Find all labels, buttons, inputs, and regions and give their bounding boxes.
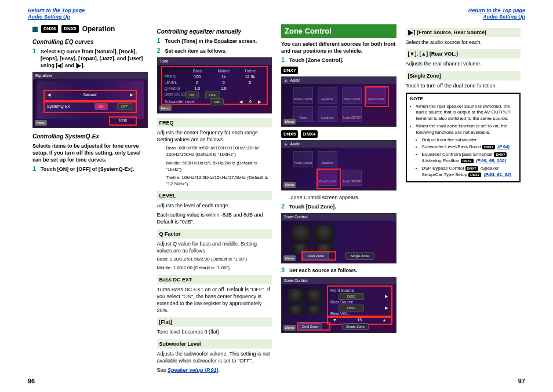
step: 1Touch [ON] or [OFF] of [SystemQ-Ex].: [32, 166, 148, 173]
speaker-setup-link[interactable]: Speaker setup (P.91): [168, 367, 218, 373]
menu-button: Menu: [159, 105, 172, 111]
tile-audio-setup: Audio SETUP: [342, 106, 362, 122]
seat-icon: [288, 289, 304, 303]
front-rear-heading: [▶] (Front Source, Rear Source): [406, 28, 521, 37]
step-text: Touch [Dual Zone].: [289, 203, 396, 210]
step: 1Select EQ curve from [Natural], [Rock],…: [32, 48, 148, 69]
qf-mid: Middle: 1.00/2.00 (Default is "1.00"): [157, 265, 272, 272]
note-box: NOTE When the rear speaker sound is swit…: [406, 93, 521, 183]
page-num-right: 97: [518, 378, 525, 384]
model-chip-dnx5: DNX5: [281, 130, 298, 138]
sysqex-desc: Selects items to be adjusted for tone cu…: [32, 142, 148, 163]
level-t1: Adjusts the level of each range.: [157, 202, 272, 209]
col-1: DNX6 DNX5 Operation Controlling EQ curve…: [28, 24, 152, 372]
flat-heading: [Flat]: [157, 317, 272, 327]
zone-intro: You can select different sources for bot…: [281, 41, 396, 54]
arrow-right-icon: ▶: [130, 92, 133, 97]
eq-natural-label: Natural: [45, 92, 136, 97]
source-rows-highlight: Front Source DISC ▶ Rear Source DISC ▶ R…: [327, 285, 392, 318]
row-level: LEVEL: [165, 80, 177, 85]
sub-text: Adjusts the subwoofer volume. This setti…: [157, 350, 272, 364]
level-heading: LEVEL: [157, 191, 272, 200]
step-num: 1: [157, 38, 163, 45]
qf-text: Adjust Q value for bass and middle. Sett…: [157, 240, 272, 254]
page-link[interactable]: (P.93, 91, 92): [484, 172, 511, 177]
step-text: Touch [Tone] in the Equalizer screen.: [165, 38, 272, 45]
seat-icon: [306, 289, 322, 303]
seat-icon: [291, 225, 311, 243]
note-item: When the rear speaker sound is switched,…: [416, 104, 516, 122]
note-subitem: Subwoofer Level/Bass Boost DNX7 (P.94): [422, 144, 516, 151]
val-l: 0: [184, 80, 211, 85]
note-sublist: Output from the subwoofer Subwoofer Leve…: [410, 137, 516, 178]
tile-audio-control: Audio Control: [293, 87, 313, 104]
freq-heading: FREQ: [157, 118, 272, 127]
zone-control-heading: Zone Control: [281, 24, 396, 38]
model-chip-dnx5: DNX5: [61, 25, 78, 34]
shot-titlebar: 🔈 Audio: [282, 77, 396, 84]
arrow-right-icon: ▶: [385, 294, 388, 299]
note-subitem: Equalizer Control/Space Enhancer DNX7 /L…: [422, 152, 516, 164]
val-l: 0: [237, 80, 264, 85]
qf-heading: Q Factor: [157, 229, 272, 239]
row-freq: FREQ: [165, 74, 176, 79]
hdr-link-right[interactable]: Return to the Top page Audio Setting Up: [468, 8, 525, 21]
screenshot-audio-menu-54: 🔈 Audio Audio Control Equalizer Zone Con…: [281, 140, 396, 190]
model-chip: DNX7: [461, 159, 474, 163]
step: 2Set each item as follows.: [157, 47, 272, 54]
page-link[interactable]: (P.94): [497, 144, 510, 149]
single-zone-button: Single Zone: [345, 252, 374, 260]
seat-icon: [306, 305, 322, 314]
step-text: Touch [ON] or [OFF] of [SystemQ-Ex].: [41, 166, 148, 173]
rear-vol-heading: [▼], [▲] (Rear VOL.): [406, 49, 521, 58]
return-top-link[interactable]: Return to the Top page: [468, 8, 525, 13]
bullet-icon: [32, 27, 38, 32]
shot-titlebar: 🔈 Audio: [282, 141, 396, 148]
menu-button: Menu: [35, 120, 47, 126]
row-qf: Q Factor: [165, 86, 180, 91]
model-chip-dnx6: DNX6: [41, 25, 58, 34]
see-prefix: See: [157, 367, 168, 373]
page-link[interactable]: (P.95, 98, 100): [476, 158, 506, 163]
eq-curves-heading: Controlling EQ curves: [32, 38, 148, 46]
step: 3Set each source as follows.: [281, 267, 396, 274]
menu-button: Menu: [283, 255, 296, 261]
val-l: 0: [210, 80, 237, 85]
freq-bass: Bass: 60Hz/70Hz/80Hz/100Hz/110Hz/120Hz/ …: [157, 145, 272, 158]
zone-after: Zone Control screen appears.: [281, 194, 396, 201]
audio-setting-link[interactable]: Audio Setting Up: [28, 14, 70, 20]
tile-loudness: Loudness: [318, 106, 337, 122]
tile-zone-control-hl: Zone Control: [366, 87, 386, 104]
arrow-up-icon: ▲: [383, 317, 387, 323]
model-chip: DNX7: [482, 145, 495, 149]
dcx-text: Turns Bass DC EXT on or off. Default is …: [157, 286, 272, 314]
col-bass: Bass: [184, 68, 211, 74]
freq-mid: Middle: 500Hz/1kHz/1.5kHz/2kHz (Default …: [157, 160, 272, 173]
model-chip-dnx4: DNX4: [301, 130, 318, 138]
operation-heading: DNX6 DNX5 Operation: [32, 24, 148, 34]
tile-audio-control: Audio Control: [293, 151, 313, 167]
note-subitem: DSP Bypass Control DNX7 /Speaker Setup/C…: [422, 166, 516, 178]
step-num: 3: [281, 267, 287, 274]
col-tre: Treble: [237, 68, 264, 74]
col-4: [▶] (Front Source, Rear Source) Select t…: [401, 24, 526, 372]
return-top-link[interactable]: Return to the Top page: [28, 8, 85, 13]
step-num: 1: [32, 166, 38, 173]
dual-zone-button: Dual Zone: [298, 323, 322, 330]
sub-see: See Speaker setup (P.91).: [157, 367, 272, 373]
sub-val: 0: [249, 99, 252, 104]
freq-text: Adjusts the center frequency for each ra…: [157, 129, 272, 143]
val-f3: 12.5k: [237, 74, 264, 79]
on-button: ON: [94, 103, 108, 110]
off-button: OFF: [117, 103, 132, 110]
flat-btn: Flat: [210, 98, 224, 105]
tone-label: Tone: [118, 118, 127, 122]
qf-bass: Bass: 1.00/1.25/1.50/2.00 (Default is "1…: [157, 257, 272, 263]
level-t2: Each setting value is within -8dB and 8d…: [157, 211, 272, 225]
audio-setting-link[interactable]: Audio Setting Up: [483, 14, 525, 20]
hdr-link-left[interactable]: Return to the Top page Audio Setting Up: [28, 8, 85, 21]
man-eq-heading: Controlling equalizer manually: [157, 28, 272, 36]
single-zone-text: Touch to turn off the dual zone function…: [406, 82, 521, 89]
screenshot-equalizer: Equalizer ◀ Natural ▶ SystemQ-Ex ON OFF …: [32, 72, 148, 128]
shot-titlebar: Zone Control: [282, 277, 396, 284]
